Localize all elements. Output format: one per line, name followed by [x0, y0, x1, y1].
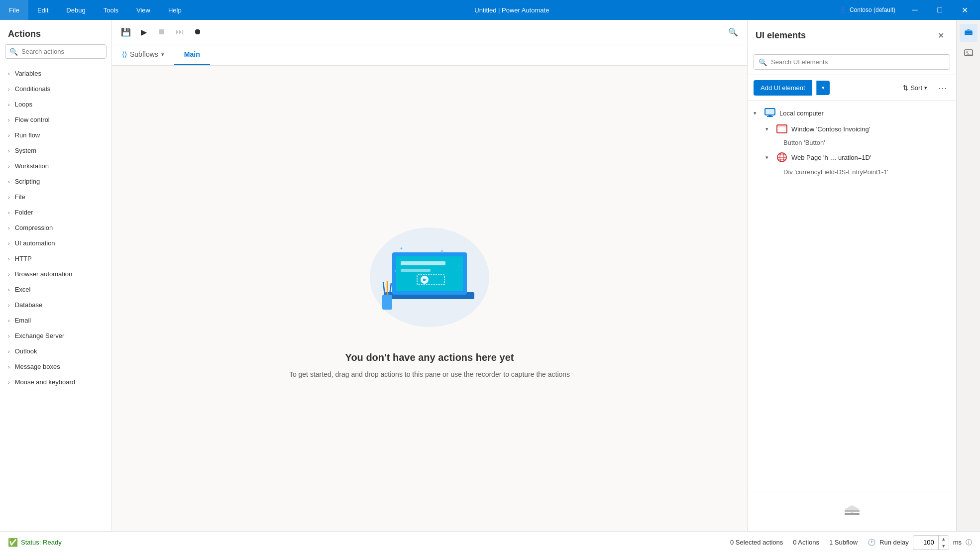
tree-webpage[interactable]: ▾ Web Page 'h … uration=1D' — [748, 149, 956, 166]
decrement-button[interactable]: ▼ — [939, 543, 949, 550]
action-item-http[interactable]: › HTTP — [0, 251, 111, 266]
actions-count: 0 Actions — [793, 539, 819, 546]
tree-button-child[interactable]: Button 'Button' — [748, 136, 956, 149]
tree-window-contoso[interactable]: ▾ Window 'Contoso Invoicing' — [748, 121, 956, 136]
account-info: 👤 Contoso (default) — [833, 6, 901, 13]
action-item-mouse-keyboard[interactable]: › Mouse and keyboard — [0, 374, 111, 390]
run-delay-value-input[interactable] — [913, 537, 938, 548]
action-item-exchange-server[interactable]: › Exchange Server — [0, 328, 111, 343]
tree-div-child[interactable]: Div 'currencyField-DS-EntryPoint1-1' — [748, 166, 956, 178]
ui-elements-sidebar-button[interactable] — [960, 24, 978, 42]
action-label: Conditionals — [15, 85, 51, 93]
action-item-variables[interactable]: › Variables — [0, 66, 111, 81]
svg-rect-21 — [777, 125, 787, 127]
svg-text:✦: ✦ — [400, 246, 403, 251]
search-input[interactable] — [5, 44, 107, 59]
tree-chevron-icon: ▾ — [754, 110, 762, 116]
ms-label: ms — [953, 539, 962, 546]
action-item-message-boxes[interactable]: › Message boxes — [0, 359, 111, 374]
chevron-icon: › — [8, 348, 10, 354]
action-item-ui-automation[interactable]: › UI automation — [0, 235, 111, 251]
maximize-button[interactable]: □ — [928, 0, 951, 20]
ui-search-box: 🔍 — [754, 54, 950, 70]
layers-icon — [842, 501, 862, 521]
chevron-icon: › — [8, 318, 10, 324]
svg-rect-17 — [765, 109, 775, 115]
add-ui-element-dropdown[interactable]: ▾ — [816, 81, 830, 95]
actions-list: › Variables › Conditionals › Loops › Flo… — [0, 64, 111, 531]
save-button[interactable]: 💾 — [118, 24, 134, 40]
action-label: Mouse and keyboard — [15, 378, 75, 386]
action-item-email[interactable]: › Email — [0, 313, 111, 328]
action-label: Database — [15, 301, 43, 309]
action-item-browser-automation[interactable]: › Browser automation — [0, 266, 111, 282]
action-item-flow-control[interactable]: › Flow control — [0, 112, 111, 127]
action-label: HTTP — [15, 255, 32, 262]
chevron-icon: › — [8, 287, 10, 293]
chevron-icon: › — [8, 240, 10, 246]
more-options-button[interactable]: ⋯ — [935, 81, 950, 96]
action-item-outlook[interactable]: › Outlook — [0, 343, 111, 359]
empty-illustration: ☛ ✦ ✦ ✦ ✦ — [360, 218, 499, 337]
main-tab-label: Main — [184, 50, 200, 58]
chevron-icon: › — [8, 194, 10, 200]
menu-view[interactable]: View — [127, 0, 159, 20]
menu-edit[interactable]: Edit — [28, 0, 57, 20]
close-button[interactable]: ✕ — [953, 0, 976, 20]
web-icon — [776, 152, 787, 163]
svg-text:✦: ✦ — [394, 269, 397, 273]
menu-help[interactable]: Help — [159, 0, 191, 20]
chevron-icon: › — [8, 163, 10, 169]
subflows-icon: ⟨⟩ — [122, 50, 127, 58]
action-item-excel[interactable]: › Excel — [0, 282, 111, 297]
increment-button[interactable]: ▲ — [939, 536, 949, 543]
status-check-icon: ✅ — [8, 538, 18, 547]
subflows-label: Subflows — [130, 50, 158, 58]
actions-search-box: 🔍 — [5, 44, 107, 59]
ui-search-input[interactable] — [754, 54, 950, 70]
action-item-file[interactable]: › File — [0, 189, 111, 205]
main-container: Actions 🔍 › Variables › Conditionals › L… — [0, 20, 980, 553]
titlebar: File Edit Debug Tools View Help Untitled… — [0, 0, 980, 20]
action-label: Run flow — [15, 131, 40, 139]
action-item-system[interactable]: › System — [0, 143, 111, 158]
add-ui-element-button[interactable]: Add UI element — [754, 80, 812, 96]
tabs-bar: ⟨⟩ Subflows ▾ Main — [112, 44, 747, 66]
search-icon: 🔍 — [9, 48, 18, 56]
tree-local-computer[interactable]: ▾ Local computer — [748, 105, 956, 121]
account-name: Contoso (default) — [850, 6, 895, 13]
close-ui-panel-button[interactable]: ✕ — [933, 28, 948, 43]
stop-button[interactable]: ⏹ — [154, 24, 170, 40]
menu-file[interactable]: File — [0, 0, 28, 20]
action-label: Variables — [15, 70, 41, 77]
next-button[interactable]: ⏭ — [172, 24, 188, 40]
action-label: Compression — [15, 224, 53, 231]
local-computer-label: Local computer — [779, 110, 824, 117]
action-item-loops[interactable]: › Loops — [0, 97, 111, 112]
action-label: Excel — [15, 286, 31, 293]
action-label: Flow control — [15, 116, 50, 123]
images-sidebar-button[interactable] — [960, 44, 978, 62]
sort-button[interactable]: ⇅ Sort ▾ — [899, 81, 931, 95]
menu-debug[interactable]: Debug — [57, 0, 94, 20]
action-item-conditionals[interactable]: › Conditionals — [0, 81, 111, 97]
toolbar: 💾 ▶ ⏹ ⏭ ⏺ 🔍 — [112, 20, 747, 44]
record-button[interactable]: ⏺ — [190, 24, 206, 40]
menu-tools[interactable]: Tools — [95, 0, 127, 20]
svg-marker-35 — [966, 53, 973, 56]
tab-main[interactable]: Main — [174, 44, 210, 65]
action-item-compression[interactable]: › Compression — [0, 220, 111, 235]
run-delay-label: Run delay — [879, 539, 909, 546]
action-item-scripting[interactable]: › Scripting — [0, 174, 111, 189]
ui-elements-empty-icon — [748, 491, 956, 531]
action-item-folder[interactable]: › Folder — [0, 205, 111, 220]
run-button[interactable]: ▶ — [136, 24, 152, 40]
account-icon: 👤 — [839, 6, 847, 13]
action-item-database[interactable]: › Database — [0, 297, 111, 313]
search-toolbar-button[interactable]: 🔍 — [725, 24, 741, 40]
action-item-run-flow[interactable]: › Run flow — [0, 127, 111, 143]
action-item-workstation[interactable]: › Workstation — [0, 158, 111, 174]
empty-state-subtitle: To get started, drag and drop actions to… — [289, 369, 570, 380]
tab-subflows[interactable]: ⟨⟩ Subflows ▾ — [112, 44, 174, 65]
minimize-button[interactable]: ─ — [903, 0, 926, 20]
